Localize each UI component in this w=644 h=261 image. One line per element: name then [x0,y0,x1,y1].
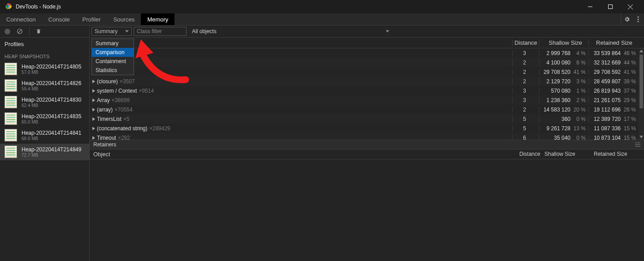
instance-count: ×289429 [149,125,170,132]
tab-console[interactable]: Console [42,13,76,25]
retainers-header[interactable]: Retainers [90,140,644,150]
expand-icon[interactable] [92,108,95,111]
scroll-down-icon[interactable] [639,134,644,140]
scrollbar-thumb[interactable] [640,55,643,108]
snapshot-item[interactable]: Heap-20220414T214805 57.0 MB [0,61,89,77]
cell-shallow: 570 0801 % [539,88,588,94]
class-filter-input[interactable] [134,27,187,36]
table-row[interactable]: Timeout ×292 6 35 0400 % 10 873 10415 % [90,133,644,140]
header-shallow[interactable]: Shallow Size [539,39,588,46]
snapshot-size: 65.0 MB [22,120,81,124]
svg-marker-12 [640,136,643,138]
snapshot-item[interactable]: Heap-20220414T214849 72.7 MB [0,144,89,160]
dropdown-item-summary[interactable]: Summary [92,39,134,48]
header-retained[interactable]: Retained Size [588,39,639,46]
profiles-label: Profiles [0,38,89,51]
retainers-body [90,159,644,261]
snapshot-name: Heap-20220414T214830 [22,97,81,103]
cell-shallow: 2 129 7203 % [539,78,588,85]
cell-distance: 2 [512,107,539,113]
snapshot-icon [4,129,17,141]
delete-icon[interactable] [36,28,41,34]
expand-icon[interactable] [92,117,95,121]
scroll-up-icon[interactable] [639,48,644,54]
cell-retained: 26 819 94337 % [588,88,639,94]
kebab-menu-icon[interactable] [632,13,644,25]
hamburger-icon[interactable] [635,142,640,148]
snapshot-size: 68.6 MB [22,136,81,141]
cell-distance: 5 [512,116,539,122]
tab-profiler[interactable]: Profiler [76,13,107,25]
cell-distance: 3 [512,88,539,94]
view-select[interactable]: Summary [91,27,132,36]
object-filter-value: All objects [192,28,217,34]
expand-icon[interactable] [92,89,95,93]
main-tabbar: Connection Console Profiler Sources Memo… [0,13,644,26]
snapshot-size: 62.4 MB [22,103,81,108]
expand-icon[interactable] [92,127,95,130]
table-row[interactable]: 2 4 100 0806 % 32 312 66944 % [90,58,644,67]
tab-sources[interactable]: Sources [107,13,141,25]
retainers-col-distance[interactable]: Distance [518,151,544,157]
close-button[interactable] [620,0,640,13]
snapshot-item[interactable]: Heap-20220414T214835 65.0 MB [0,111,89,127]
header-constructor[interactable]: Constructor [90,39,512,46]
dropdown-item-comparison[interactable]: Comparison [92,48,134,57]
snapshot-list: Heap-20220414T214805 57.0 MB Heap-202204… [0,61,89,160]
heap-snapshots-label: HEAP SNAPSHOTS [0,51,89,61]
instance-count: ×9514 [139,88,154,94]
retainers-columns: Object Distance Shallow Size Retained Si… [90,150,644,159]
instance-count: ×5 [123,116,130,122]
grid-scrollbar[interactable] [639,48,644,140]
retainers-col-object[interactable]: Object [90,151,518,158]
snapshot-icon [4,112,17,125]
retainers-col-shallow[interactable]: Shallow Size [544,151,594,157]
table-row[interactable]: (concatenated string) ×289429 5 9 261 72… [90,124,644,133]
record-button[interactable] [4,29,10,34]
cell-shallow: 2 999 7684 % [539,50,588,56]
table-row[interactable]: (array) ×70554 2 14 583 12020 % 19 112 6… [90,105,644,114]
tab-memory[interactable]: Memory [141,13,174,25]
dropdown-item-containment[interactable]: Containment [92,57,134,66]
settings-icon[interactable] [621,13,632,25]
snapshot-icon [4,96,17,108]
snapshot-icon [4,79,17,92]
maximize-button[interactable] [600,0,620,13]
snapshot-icon [4,63,17,75]
retainers-col-retained[interactable]: Retained Size [594,151,644,157]
snapshot-icon [4,145,17,158]
table-row[interactable]: system / Context ×9514 3 570 0801 % 26 8… [90,86,644,95]
table-row[interactable]: ×26531 3 2 999 7684 % 33 539 86446 % [90,48,644,58]
chrome-logo-icon [5,3,12,11]
titlebar: DevTools - Node.js [0,0,644,13]
table-row[interactable]: Array ×38699 3 1 238 3602 % 21 261 07529… [90,95,644,105]
table-row[interactable]: TimersList ×5 5 3600 % 12 389 72017 % [90,114,644,124]
expand-icon[interactable] [92,80,95,83]
cell-shallow: 35 0400 % [539,135,588,140]
table-row[interactable]: (string) ×15966 2 29 708 52041 % 29 708 … [90,67,644,77]
svg-point-7 [637,18,639,20]
memory-toolbar: Summary Summary Comparison Containment S… [90,26,644,38]
cell-shallow: 3600 % [539,116,588,122]
snapshot-item[interactable]: Heap-20220414T214841 68.6 MB [0,127,89,144]
snapshot-item[interactable]: Heap-20220414T214830 62.4 MB [0,94,89,111]
window-title: DevTools - Node.js [16,4,580,10]
expand-icon[interactable] [92,98,95,102]
minimize-button[interactable] [580,0,600,13]
snapshot-size: 72.7 MB [22,153,81,158]
cell-retained: 21 261 07529 % [588,97,639,103]
table-row[interactable]: (closure) ×3507 2 2 129 7203 % 28 459 80… [90,77,644,86]
constructor-name: TimersList [97,116,122,122]
cell-retained: 28 459 80739 % [588,78,639,85]
dropdown-item-statistics[interactable]: Statistics [92,66,134,75]
header-distance[interactable]: Distance [512,39,539,46]
constructor-name: (closure) [97,78,118,85]
cell-distance: 5 [512,125,539,132]
snapshot-item[interactable]: Heap-20220414T214826 59.4 MB [0,77,89,94]
cell-distance: 3 [512,50,539,56]
expand-icon[interactable] [92,136,95,140]
object-filter-select[interactable]: All objects [188,27,642,36]
clear-icon[interactable] [17,28,23,34]
snapshot-size: 57.0 MB [22,70,81,75]
tab-connection[interactable]: Connection [0,13,42,25]
